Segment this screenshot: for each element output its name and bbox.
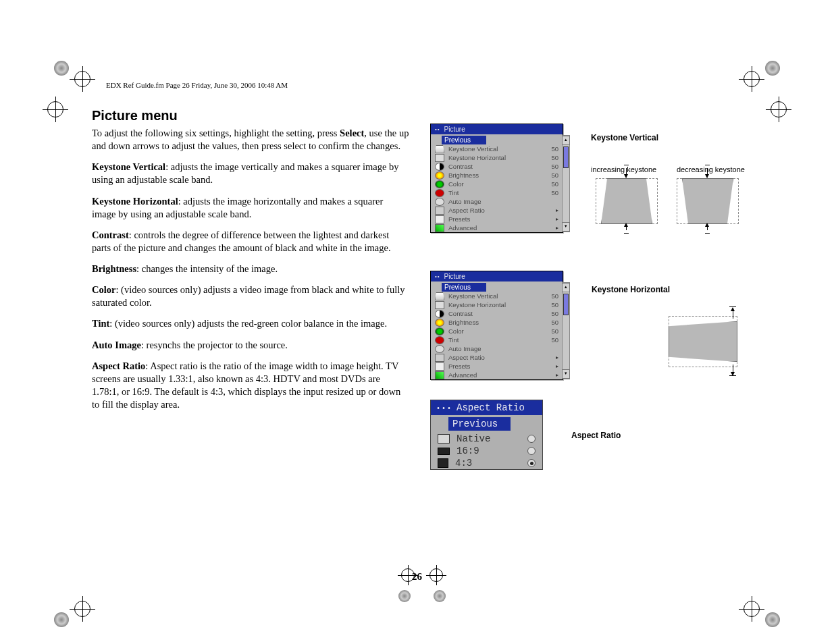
menu-item-label: Contrast xyxy=(448,162,551,171)
crop-mark xyxy=(771,101,787,117)
scroll-up-icon[interactable]: ▴ xyxy=(562,283,570,292)
arrow-icon xyxy=(733,308,733,319)
menu-item-value: 50 xyxy=(551,318,558,327)
text: : changes the intensity of the image. xyxy=(136,263,278,274)
menu-titlebar: •••Aspect Ratio xyxy=(431,400,542,415)
menu-item-contrast[interactable]: Contrast50 xyxy=(431,162,563,171)
crop-mark xyxy=(47,101,63,117)
keystone-h-icon xyxy=(435,154,444,162)
menu-item-kv[interactable]: Keystone Vertical50 xyxy=(431,292,563,300)
scrollbar[interactable]: ▴▾ xyxy=(562,135,570,232)
previous-item[interactable]: Previous xyxy=(448,417,511,431)
aspect-option-native[interactable]: Native xyxy=(431,433,542,445)
dots-icon: •• xyxy=(435,273,440,279)
menu-item-color[interactable]: Color50 xyxy=(431,327,563,336)
contrast-icon xyxy=(435,163,444,171)
menu-titlebar: ••Picture xyxy=(431,124,563,134)
menu-item-aspect-ratio[interactable]: Aspect Ratio▸ xyxy=(431,353,563,362)
menu-item-tint[interactable]: Tint50 xyxy=(431,336,563,344)
menu-item-label: Keystone Horizontal xyxy=(448,300,551,309)
menu-item-label: Brightness xyxy=(448,318,551,327)
dots-icon: ••• xyxy=(436,405,452,412)
keystone-h-icon xyxy=(435,301,444,309)
menu-item-label: Color xyxy=(448,180,551,188)
menu-item-label: Tint xyxy=(448,336,551,344)
menu-item-auto-image[interactable]: Auto Image xyxy=(431,344,563,353)
previous-item[interactable]: Previous xyxy=(442,283,486,292)
menu-item-value: 50 xyxy=(551,336,558,344)
crop-mark xyxy=(41,61,81,101)
menu-item-label: Aspect Ratio xyxy=(448,353,556,362)
menu-item-tint[interactable]: Tint50 xyxy=(431,188,563,197)
text: : resynchs the projector to the source. xyxy=(141,340,288,350)
menu-title: Aspect Ratio xyxy=(457,402,525,413)
menu-item-kv[interactable]: Keystone Vertical50 xyxy=(431,144,563,153)
menu-item-value: 50 xyxy=(551,188,558,197)
menu-item-value: 50 xyxy=(551,144,558,153)
aspect-option-43[interactable]: 4:3 xyxy=(431,457,542,469)
menu-item-color[interactable]: Color50 xyxy=(431,180,563,188)
option-label: 16:9 xyxy=(457,446,479,456)
menu-item-kh[interactable]: Keystone Horizontal50 xyxy=(431,300,563,309)
brightness-icon xyxy=(435,171,444,180)
text-bold: Select xyxy=(340,128,364,138)
page-title: Picture menu xyxy=(92,108,178,124)
menu-title: Picture xyxy=(444,126,465,133)
menu-item-label: Presets xyxy=(448,215,556,223)
keystone-diagram-shape xyxy=(669,321,737,362)
aspect-ratio-menu: •••Aspect Ratio Previous Native 16:9 4:3 xyxy=(430,400,543,470)
text: : (video sources only) adjusts the red-g… xyxy=(109,318,387,329)
menu-item-contrast[interactable]: Contrast50 xyxy=(431,309,563,318)
page-number: 26 xyxy=(0,571,834,583)
text-bold: Auto Image xyxy=(92,340,141,350)
text-bold: Brightness xyxy=(92,263,136,274)
menu-item-value: 50 xyxy=(551,300,558,309)
menu-item-label: Keystone Vertical xyxy=(448,144,551,153)
menu-item-presets[interactable]: Presets▸ xyxy=(431,215,563,223)
text-bold: Keystone Horizontal xyxy=(92,196,178,207)
menu-item-kh[interactable]: Keystone Horizontal50 xyxy=(431,153,563,162)
text: To adjust the following six settings, hi… xyxy=(92,128,340,138)
color-icon xyxy=(435,180,444,188)
advanced-icon xyxy=(435,224,444,232)
text-bold: Keystone Vertical xyxy=(92,161,165,172)
submenu-arrow-icon: ▸ xyxy=(556,371,558,379)
menu-item-value: 50 xyxy=(551,162,558,171)
radio-icon xyxy=(527,435,536,443)
color-icon xyxy=(435,327,444,336)
menu-item-presets[interactable]: Presets▸ xyxy=(431,362,563,371)
aspect-option-169[interactable]: 16:9 xyxy=(431,445,542,457)
menu-item-label: Color xyxy=(448,327,551,336)
scroll-thumb[interactable] xyxy=(563,294,569,315)
tick-icon xyxy=(729,306,736,307)
doc-header: EDX Ref Guide.fm Page 26 Friday, June 30… xyxy=(106,81,288,89)
scroll-down-icon[interactable]: ▾ xyxy=(562,369,570,379)
auto-image-icon xyxy=(435,198,444,206)
label-decreasing-keystone: decreasing keystone xyxy=(677,165,745,173)
scroll-down-icon[interactable]: ▾ xyxy=(562,222,570,232)
menu-item-advanced[interactable]: Advanced▸ xyxy=(431,223,563,232)
brightness-icon xyxy=(435,319,444,327)
radio-icon xyxy=(527,447,536,455)
text: : (video sources only) adjusts a video i… xyxy=(92,284,405,308)
keystone-v-icon xyxy=(435,292,444,300)
tint-icon xyxy=(435,336,444,344)
menu-item-auto-image[interactable]: Auto Image xyxy=(431,197,563,206)
keystone-diagram-shape xyxy=(601,178,652,224)
menu-item-brightness[interactable]: Brightness50 xyxy=(431,171,563,180)
scroll-up-icon[interactable]: ▴ xyxy=(562,136,570,145)
tick-icon xyxy=(729,375,736,376)
menu-item-advanced[interactable]: Advanced▸ xyxy=(431,371,563,379)
scrollbar[interactable]: ▴▾ xyxy=(562,282,570,379)
menu-item-aspect-ratio[interactable]: Aspect Ratio▸ xyxy=(431,206,563,215)
menu-item-label: Aspect Ratio xyxy=(448,206,556,215)
scroll-thumb[interactable] xyxy=(563,146,569,168)
text-bold: Aspect Ratio xyxy=(92,360,145,371)
menu-item-label: Keystone Vertical xyxy=(448,292,551,300)
previous-item[interactable]: Previous xyxy=(442,136,486,144)
menu-item-label: Brightness xyxy=(448,171,551,180)
menu-item-value: 50 xyxy=(551,327,558,336)
menu-item-brightness[interactable]: Brightness50 xyxy=(431,318,563,327)
auto-image-icon xyxy=(435,345,444,353)
arrow-icon xyxy=(707,223,708,230)
